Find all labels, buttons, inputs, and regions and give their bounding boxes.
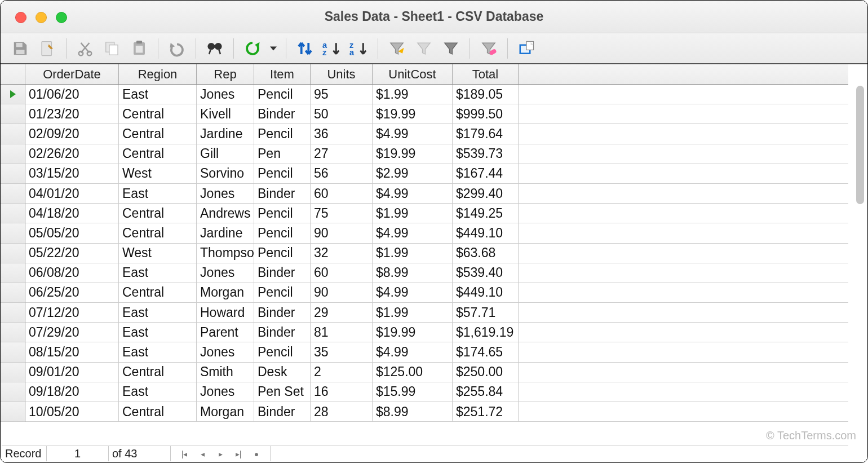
cell[interactable]: $63.68 — [453, 244, 519, 263]
edit-button[interactable] — [37, 38, 58, 59]
nav-prev-icon[interactable]: ◂ — [196, 448, 209, 460]
cell[interactable]: $539.73 — [453, 144, 519, 164]
cell[interactable]: $250.00 — [453, 363, 519, 382]
table-row[interactable]: 04/18/20CentralAndrewsPencil75$1.99$149.… — [1, 204, 848, 223]
cell[interactable]: $57.71 — [453, 303, 519, 323]
table-row[interactable]: 09/18/20EastJonesPen Set16$15.99$255.84 — [1, 382, 848, 402]
table-row[interactable]: 04/01/20EastJonesBinder60$4.99$299.40 — [1, 184, 848, 204]
cell[interactable]: Pencil — [254, 204, 311, 223]
cell[interactable]: East — [119, 85, 197, 104]
maximize-icon[interactable] — [56, 12, 67, 23]
cell[interactable]: Desk — [254, 363, 311, 382]
cell[interactable]: $1.99 — [373, 204, 453, 223]
row-header[interactable] — [1, 363, 25, 382]
cell[interactable]: 05/05/20 — [25, 223, 119, 243]
cell[interactable]: 09/18/20 — [25, 382, 119, 402]
cell[interactable]: $255.84 — [453, 382, 519, 402]
cell[interactable]: East — [119, 184, 197, 204]
cell[interactable]: $1.99 — [373, 244, 453, 263]
table-row[interactable]: 10/05/20CentralMorganBinder28$8.99$251.7… — [1, 402, 848, 422]
table-row[interactable]: 06/25/20CentralMorganPencil90$4.99$449.1… — [1, 283, 848, 303]
autofilter-button[interactable] — [386, 38, 408, 59]
cell[interactable]: Central — [119, 104, 197, 124]
cell[interactable]: $179.64 — [453, 124, 519, 144]
cell[interactable]: Morgan — [197, 402, 254, 422]
cell[interactable]: 08/15/20 — [25, 342, 119, 362]
cell[interactable]: $125.00 — [373, 363, 453, 382]
row-header[interactable] — [1, 204, 25, 223]
column-header-total[interactable]: Total — [453, 64, 519, 84]
cell[interactable]: Binder — [254, 323, 311, 342]
row-header[interactable] — [1, 323, 25, 342]
cell[interactable]: 04/18/20 — [25, 204, 119, 223]
column-header-unitcost[interactable]: UnitCost — [373, 64, 453, 84]
cell[interactable]: Binder — [254, 104, 311, 124]
cell[interactable]: Central — [119, 223, 197, 243]
row-header[interactable] — [1, 124, 25, 144]
table-row[interactable]: 09/01/20CentralSmithDesk2$125.00$250.00 — [1, 363, 848, 382]
table-row[interactable]: 08/15/20EastJonesPencil35$4.99$174.65 — [1, 342, 848, 362]
cell[interactable]: Jones — [197, 184, 254, 204]
table-row[interactable]: 07/12/20EastHowardBinder29$1.99$57.71 — [1, 303, 848, 323]
cell[interactable]: $4.99 — [373, 124, 453, 144]
cell[interactable]: Pencil — [254, 244, 311, 263]
cell[interactable]: West — [119, 164, 197, 184]
cell[interactable]: 07/29/20 — [25, 323, 119, 342]
paste-button[interactable] — [129, 38, 150, 59]
cell[interactable]: 29 — [311, 303, 373, 323]
row-header[interactable] — [1, 85, 25, 104]
cell[interactable]: Howard — [197, 303, 254, 323]
cell[interactable]: 02/26/20 — [25, 144, 119, 164]
cell[interactable]: 06/25/20 — [25, 283, 119, 303]
cell[interactable]: Central — [119, 144, 197, 164]
cell[interactable]: 75 — [311, 204, 373, 223]
cell[interactable]: 36 — [311, 124, 373, 144]
sort-button[interactable] — [294, 38, 316, 59]
standard-filter-button[interactable] — [440, 38, 462, 59]
table-row[interactable]: 06/08/20EastJonesBinder60$8.99$539.40 — [1, 263, 848, 283]
cell[interactable]: $1,619.19 — [453, 323, 519, 342]
cell[interactable]: Jardine — [197, 223, 254, 243]
table-row[interactable]: 07/29/20EastParentBinder81$19.99$1,619.1… — [1, 323, 848, 342]
cut-button[interactable] — [74, 38, 96, 59]
scrollbar-thumb[interactable] — [856, 86, 864, 204]
cell[interactable]: $1.99 — [373, 85, 453, 104]
cell[interactable]: $19.99 — [373, 323, 453, 342]
cell[interactable]: Pen — [254, 144, 311, 164]
row-header[interactable] — [1, 382, 25, 402]
cell[interactable]: Pen Set — [254, 382, 311, 402]
cell[interactable]: Central — [119, 204, 197, 223]
table-row[interactable]: 01/23/20CentralKivellBinder50$19.99$999.… — [1, 104, 848, 124]
cell[interactable]: $999.50 — [453, 104, 519, 124]
cell[interactable]: $299.40 — [453, 184, 519, 204]
cell[interactable]: $1.99 — [373, 303, 453, 323]
copy-button[interactable] — [101, 38, 123, 59]
cell[interactable]: $4.99 — [373, 184, 453, 204]
remove-filter-button[interactable] — [478, 38, 499, 59]
cell[interactable]: 60 — [311, 263, 373, 283]
table-row[interactable]: 03/15/20WestSorvinoPencil56$2.99$167.44 — [1, 164, 848, 184]
row-header[interactable] — [1, 223, 25, 243]
cell[interactable]: 56 — [311, 164, 373, 184]
cell[interactable]: Binder — [254, 184, 311, 204]
row-header[interactable] — [1, 283, 25, 303]
row-header[interactable] — [1, 184, 25, 204]
cell[interactable]: 35 — [311, 342, 373, 362]
cell[interactable]: Pencil — [254, 342, 311, 362]
table-row[interactable]: 05/05/20CentralJardinePencil90$4.99$449.… — [1, 223, 848, 243]
undo-button[interactable] — [166, 38, 188, 59]
vertical-scrollbar[interactable] — [856, 85, 864, 446]
cell[interactable]: Jones — [197, 382, 254, 402]
cell[interactable]: 05/22/20 — [25, 244, 119, 263]
cell[interactable]: $4.99 — [373, 283, 453, 303]
cell[interactable]: 01/06/20 — [25, 85, 119, 104]
cell[interactable]: East — [119, 303, 197, 323]
cell[interactable]: $251.72 — [453, 402, 519, 422]
sort-asc-button[interactable]: az — [321, 38, 343, 59]
cell[interactable]: Pencil — [254, 124, 311, 144]
cell[interactable]: 60 — [311, 184, 373, 204]
cell[interactable]: 02/09/20 — [25, 124, 119, 144]
cell[interactable]: $8.99 — [373, 263, 453, 283]
cell[interactable]: $4.99 — [373, 223, 453, 243]
cell[interactable]: Binder — [254, 263, 311, 283]
